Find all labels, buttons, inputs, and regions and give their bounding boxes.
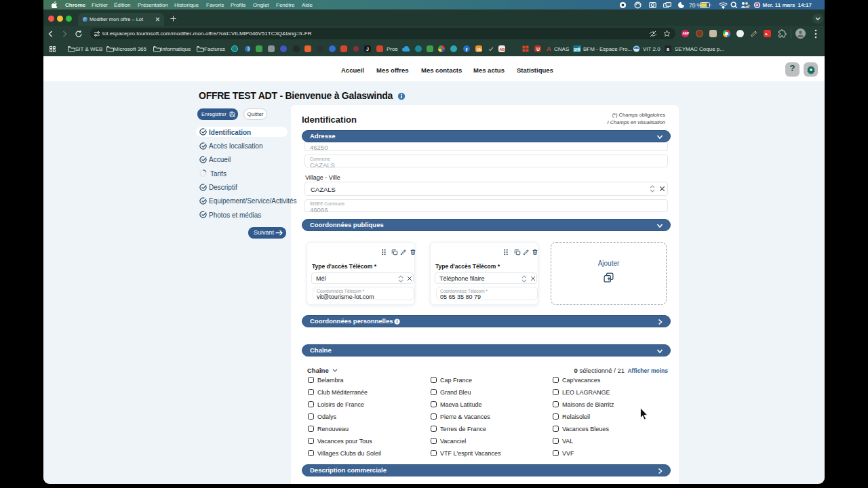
svg-text:BFM: BFM bbox=[574, 48, 580, 52]
